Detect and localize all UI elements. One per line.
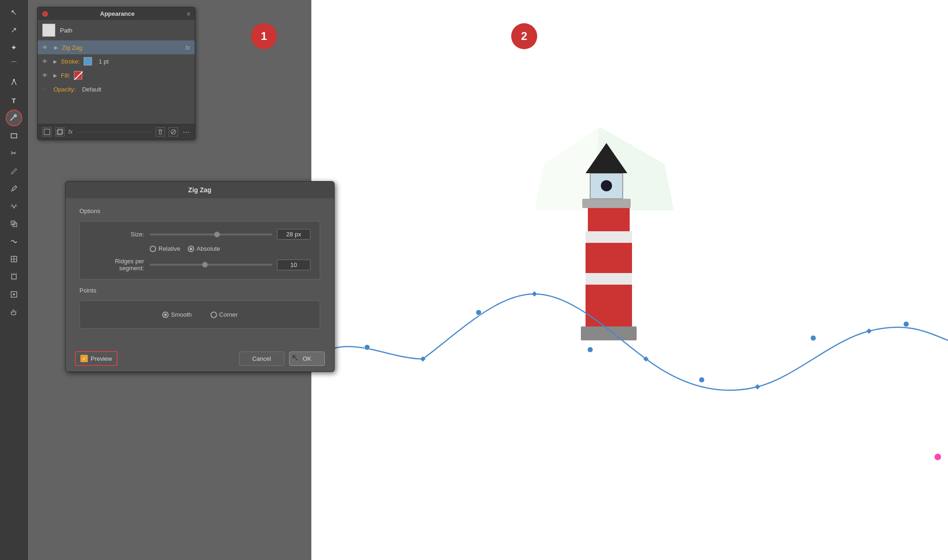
preview-checkbox-area[interactable]: ✓ Preview xyxy=(75,351,118,366)
warp-tool[interactable] xyxy=(6,233,22,250)
corner-radio-circle[interactable] xyxy=(211,312,217,318)
scissors-tool[interactable]: ✂ xyxy=(6,145,22,162)
smooth-radio-label: Smooth xyxy=(171,311,192,318)
effect-name: Zig Zag xyxy=(62,44,182,51)
stroke-swatch[interactable] xyxy=(84,57,92,65)
effect-row[interactable]: 👁 ▶ Zig Zag fx xyxy=(38,40,195,54)
delete-button[interactable] xyxy=(156,127,165,137)
fill-swatch[interactable] xyxy=(74,71,82,79)
selection-tool[interactable]: ↖ xyxy=(6,4,22,20)
add-to-library-button[interactable] xyxy=(42,127,52,137)
no-symbol-button[interactable] xyxy=(169,127,178,137)
eyedropper-tool[interactable] xyxy=(6,180,22,197)
svg-rect-42 xyxy=(44,129,50,135)
svg-point-30 xyxy=(476,310,481,315)
path-icon xyxy=(42,24,55,37)
pen-tool[interactable] xyxy=(6,74,22,91)
fill-label: Fill: xyxy=(61,72,70,79)
size-slider-thumb[interactable] xyxy=(214,232,220,237)
svg-point-32 xyxy=(699,377,704,383)
panel-empty-area xyxy=(38,96,195,124)
preview-checkbox-icon[interactable]: ✓ xyxy=(80,355,88,362)
fx-button[interactable]: fx xyxy=(68,129,72,135)
slice-tool[interactable] xyxy=(6,286,22,303)
stroke-visibility-icon[interactable]: 👁 xyxy=(42,59,50,64)
zigzag-dialog: Zig Zag Options Size: xyxy=(65,181,335,372)
stroke-label: Stroke: xyxy=(61,58,80,65)
magic-wand-tool[interactable]: ✦ xyxy=(6,39,22,56)
opacity-visibility-icon[interactable]: 👁 xyxy=(42,86,50,92)
panel-close-button[interactable]: × xyxy=(42,11,48,17)
lasso-tool[interactable]: ⌒ xyxy=(6,57,22,73)
stroke-arrow[interactable]: ▶ xyxy=(53,59,57,64)
svg-rect-22 xyxy=(586,231,632,243)
effect-arrow: ▶ xyxy=(54,45,58,50)
ridges-slider[interactable] xyxy=(150,264,272,266)
ridges-slider-container xyxy=(150,260,310,270)
smooth-radio[interactable]: Smooth xyxy=(162,311,192,318)
corner-radio[interactable]: Corner xyxy=(211,311,238,318)
svg-rect-18 xyxy=(581,326,637,340)
main-area: × Appearance ≡ Path 👁 ▶ Zig Zag fx 👁 ▶ S… xyxy=(28,0,948,560)
reflect-tool[interactable] xyxy=(6,198,22,215)
fill-arrow[interactable]: ▶ xyxy=(53,73,57,78)
panel-path-row: Path xyxy=(38,20,195,40)
size-row: Size: xyxy=(89,229,310,240)
absolute-radio-circle[interactable] xyxy=(188,246,194,252)
preview-label: Preview xyxy=(91,355,112,362)
cancel-button[interactable]: Cancel xyxy=(239,352,284,366)
artboard-tool[interactable] xyxy=(6,268,22,285)
pink-anchor-point xyxy=(935,454,941,460)
opacity-row[interactable]: 👁 Opacity: Default xyxy=(38,82,195,96)
pencil-tool[interactable] xyxy=(6,163,22,179)
more-button[interactable]: ⋯ xyxy=(183,128,190,137)
relative-radio-circle[interactable] xyxy=(150,246,156,252)
ridges-input[interactable] xyxy=(277,260,310,270)
absolute-radio[interactable]: Absolute xyxy=(188,245,220,252)
direct-selection-tool[interactable]: ↗ xyxy=(6,21,22,38)
effect-visibility-icon[interactable]: 👁 xyxy=(42,45,50,50)
fill-visibility-icon[interactable]: 👁 xyxy=(42,72,50,78)
toolbar: ↖ ↗ ✦ ⌒ T ✂ xyxy=(0,0,28,560)
relative-radio[interactable]: Relative xyxy=(150,245,180,252)
fx-label: fx xyxy=(185,44,190,51)
svg-rect-19 xyxy=(586,285,632,326)
ok-button[interactable]: OK xyxy=(289,352,325,366)
ridges-row: Ridges per segment: xyxy=(89,258,310,272)
stroke-row[interactable]: 👁 ▶ Stroke: 1 pt xyxy=(38,54,195,68)
rectangle-tool[interactable] xyxy=(6,127,22,144)
ridges-slider-thumb[interactable] xyxy=(202,262,208,267)
svg-rect-2 xyxy=(11,134,17,138)
points-section-label: Points xyxy=(79,287,320,294)
svg-rect-10 xyxy=(12,274,16,279)
size-slider-container xyxy=(150,229,310,240)
step-badge-2: 2 xyxy=(511,23,537,49)
options-box: Size: xyxy=(79,221,320,280)
points-options-box: Smooth Corner xyxy=(79,300,320,329)
footer-separator xyxy=(76,132,152,132)
svg-point-0 xyxy=(13,79,15,81)
type-tool[interactable]: T xyxy=(6,92,22,109)
smooth-radio-circle[interactable] xyxy=(162,312,169,318)
svg-rect-23 xyxy=(588,208,630,231)
size-slider[interactable] xyxy=(150,234,272,235)
opacity-label: Opacity: xyxy=(53,86,76,93)
points-radio-row: Smooth Corner xyxy=(89,308,310,321)
svg-line-46 xyxy=(171,130,175,134)
fill-row[interactable]: 👁 ▶ Fill: xyxy=(38,68,195,82)
scale-tool[interactable] xyxy=(6,215,22,232)
svg-rect-40 xyxy=(866,328,871,333)
graph-tool[interactable] xyxy=(6,251,22,267)
hand-tool[interactable] xyxy=(6,304,22,320)
svg-point-34 xyxy=(903,321,909,327)
dialog-title: Zig Zag xyxy=(188,186,211,194)
path-label: Path xyxy=(60,27,72,34)
size-label: Size: xyxy=(89,231,150,238)
size-input[interactable] xyxy=(277,229,310,240)
duplicate-button[interactable] xyxy=(55,127,65,137)
svg-rect-20 xyxy=(586,273,632,285)
panel-menu-button[interactable]: ≡ xyxy=(187,11,190,17)
paintbrush-tool[interactable] xyxy=(6,110,22,126)
svg-line-41 xyxy=(74,72,83,80)
canvas-area: × Appearance ≡ Path 👁 ▶ Zig Zag fx 👁 ▶ S… xyxy=(28,0,948,560)
